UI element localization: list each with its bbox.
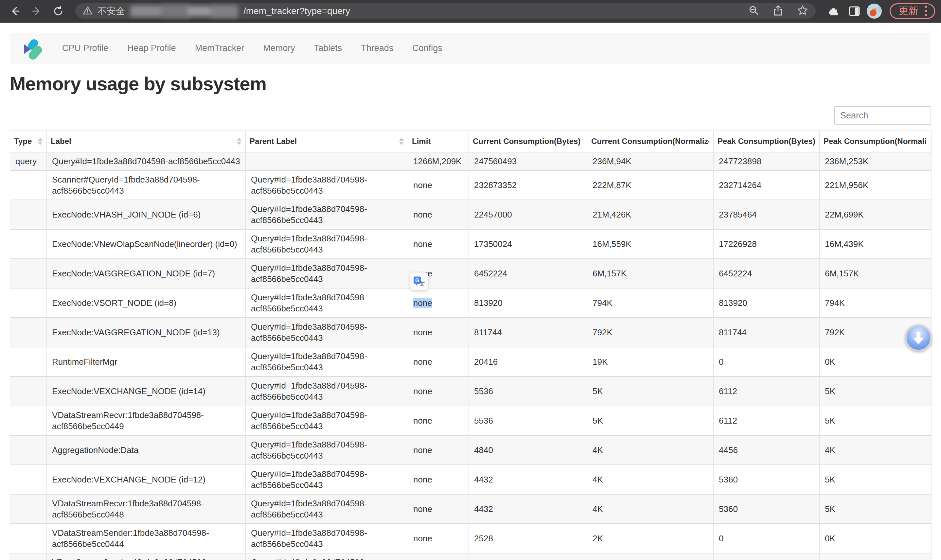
cell-type [10,259,47,288]
cell-current_normalize: 5K [587,377,714,406]
profile-avatar[interactable] [867,4,882,18]
cell-peak_bytes: 247723898 [714,152,819,171]
doris-logo[interactable] [19,35,44,60]
share-icon[interactable] [773,5,784,17]
cell-peak_normalize: 794K [819,288,932,318]
cell-current_bytes: 247560493 [469,152,587,171]
cell-parent: Query#Id=1fbde3a88d704598- [246,553,408,560]
cell-peak_bytes: 0 [714,524,819,553]
cell-label: Scanner#QueryId=1fbde3a88d704598-acf8566… [47,171,246,200]
address-bar[interactable]: 不安全 /mem_tracker?type=query [75,3,816,18]
cell-label: VDataStreamRecvr:1fbde3a88d704598-acf856… [47,494,246,524]
forward-icon[interactable] [28,2,46,20]
bookmark-star-icon[interactable] [797,5,809,18]
extensions-puzzle-icon[interactable] [824,2,842,20]
column-header-label[interactable]: Label [47,131,246,152]
browser-update-button[interactable]: 更新 [890,3,935,19]
column-header-peak-normalize[interactable]: Peak Consumption(Normalize) [819,131,932,152]
cell-type [10,171,47,200]
nav-item-memtracker[interactable]: MemTracker [185,33,254,63]
cell-peak_normalize: 0K [819,524,932,553]
table-row: VDataStreamSender:1fbde3a88d704598-acf85… [10,524,932,553]
column-header-current-bytes[interactable]: Current Consumption(Bytes) [469,131,587,152]
cell-label: ExecNode:VEXCHANGE_NODE (id=12) [47,465,246,494]
cell-current_bytes: 4432 [469,465,587,494]
table-row: ExecNode:VNewOlapScanNode(lineorder) (id… [10,229,932,259]
top-navbar: CPU Profile Heap Profile MemTracker Memo… [10,33,931,63]
cell-current_normalize: 236M,94K [587,152,714,171]
sort-icon[interactable] [38,138,43,145]
cell-peak_normalize: 236M,253K [819,152,932,171]
cell-current_normalize: 16M,559K [587,229,714,259]
search-input[interactable] [834,106,931,125]
cell-current_bytes: 20416 [469,347,587,377]
cell-peak_bytes: 0 [714,347,819,377]
nav-item-heap-profile[interactable]: Heap Profile [118,33,185,63]
nav-item-memory[interactable]: Memory [254,33,305,63]
cell-type [10,494,47,524]
cell-peak_normalize: 5K [819,377,932,406]
sort-icon[interactable] [237,138,242,145]
table-row: ExecNode:VAGGREGATION_NODE (id=13)Query#… [10,318,932,347]
cell-current_bytes: 813920 [469,288,587,318]
redacted-url-segment [130,4,238,18]
cell-current_normalize: 222M,87K [587,171,714,200]
cell-label: RuntimeFilterMgr [47,347,246,377]
cell-label: VDataStreamSender:1fbde3a88d704598- [47,553,246,560]
column-header-limit[interactable]: Limit [408,131,469,152]
column-header-parent-label[interactable]: Parent Label [246,131,408,152]
cell-peak_bytes [714,553,819,560]
cell-peak_normalize: 5K [819,465,932,494]
column-header-current-normalize[interactable]: Current Consumption(Normalize) [587,131,714,152]
cell-limit: none [408,406,469,435]
svg-text:文: 文 [419,281,425,287]
cell-peak_normalize: 16M,439K [819,229,932,259]
cell-current_bytes: 4432 [469,494,587,524]
mem-tracker-page: CPU Profile Heap Profile MemTracker Memo… [0,33,941,560]
translate-popup-icon[interactable]: G文 [410,272,428,291]
nav-item-threads[interactable]: Threads [351,33,403,63]
cell-parent: Query#Id=1fbde3a88d704598-acf8566be5cc04… [246,465,408,494]
cell-type [10,553,47,560]
cell-type [10,465,47,494]
cell-peak_normalize: 5K [819,406,932,435]
column-header-peak-bytes[interactable]: Peak Consumption(Bytes) [714,131,819,152]
cell-type [10,435,47,465]
sort-desc-icon[interactable] [582,139,583,144]
cell-parent: Query#Id=1fbde3a88d704598-acf8566be5cc04… [246,229,408,259]
cell-label: VDataStreamRecvr:1fbde3a88d704598-acf856… [47,406,246,435]
cell-current_bytes: 5536 [469,406,587,435]
cell-peak_bytes: 6452224 [714,259,819,288]
cell-peak_bytes: 4456 [714,435,819,465]
sort-icon[interactable] [399,138,404,145]
cell-type [10,229,47,259]
cell-type [10,377,47,406]
not-secure-label: 不安全 [97,5,125,17]
url-path: /mem_tracker?type=query [243,6,350,16]
nav-item-cpu-profile[interactable]: CPU Profile [53,33,118,63]
cell-current_bytes: 6452224 [469,259,587,288]
cell-current_bytes: 811744 [469,318,587,347]
column-header-type[interactable]: Type [10,131,47,152]
scroll-down-button[interactable] [905,325,932,351]
cell-current_normalize: 2K [587,524,714,553]
not-secure-icon[interactable] [82,5,93,17]
cell-limit: none [408,494,469,524]
cell-current_normalize: 19K [587,347,714,377]
cell-type [10,200,47,229]
cell-type [10,524,47,553]
back-icon[interactable] [6,2,24,20]
cell-peak_normalize: 5K [819,494,932,524]
nav-item-configs[interactable]: Configs [403,33,452,63]
cell-type [10,406,47,435]
cell-label: ExecNode:VAGGREGATION_NODE (id=7) [47,259,246,288]
menu-kebab-icon[interactable] [924,4,927,18]
zoom-icon[interactable] [748,5,759,17]
reload-icon[interactable] [49,2,68,20]
cell-current_normalize: 4K [587,465,714,494]
nav-item-tablets[interactable]: Tablets [305,33,352,63]
cell-parent: Query#Id=1fbde3a88d704598-acf8566be5cc04… [246,171,408,200]
cell-label: ExecNode:VNewOlapScanNode(lineorder) (id… [47,229,246,259]
side-panel-icon[interactable] [845,2,864,20]
cell-parent: Query#Id=1fbde3a88d704598-acf8566be5cc04… [246,524,408,553]
